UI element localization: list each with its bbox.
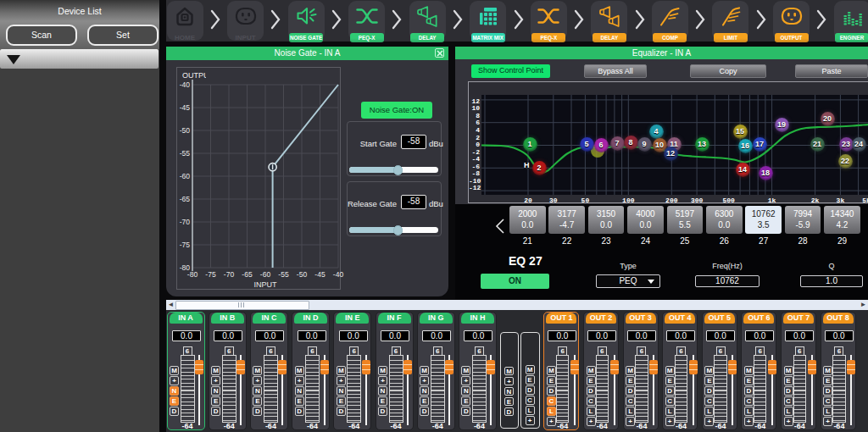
- svg-text:-50: -50: [180, 126, 191, 135]
- svg-text:-55: -55: [180, 149, 191, 158]
- svg-text:-60: -60: [260, 270, 271, 279]
- svg-text:-45: -45: [180, 103, 191, 112]
- svg-text:-65: -65: [242, 270, 253, 279]
- svg-text:-75: -75: [180, 241, 191, 249]
- svg-text:-40: -40: [180, 80, 191, 89]
- svg-text:-65: -65: [180, 195, 191, 203]
- svg-text:-45: -45: [314, 270, 326, 279]
- svg-text:-40: -40: [333, 270, 344, 279]
- svg-text:INPUT: INPUT: [254, 280, 278, 289]
- svg-text:-70: -70: [180, 218, 191, 226]
- svg-text:-70: -70: [224, 270, 235, 279]
- svg-text:-50: -50: [297, 270, 308, 279]
- svg-text:-60: -60: [180, 172, 191, 180]
- svg-text:-75: -75: [205, 270, 216, 279]
- svg-text:-80: -80: [187, 270, 198, 279]
- svg-text:-55: -55: [278, 270, 289, 279]
